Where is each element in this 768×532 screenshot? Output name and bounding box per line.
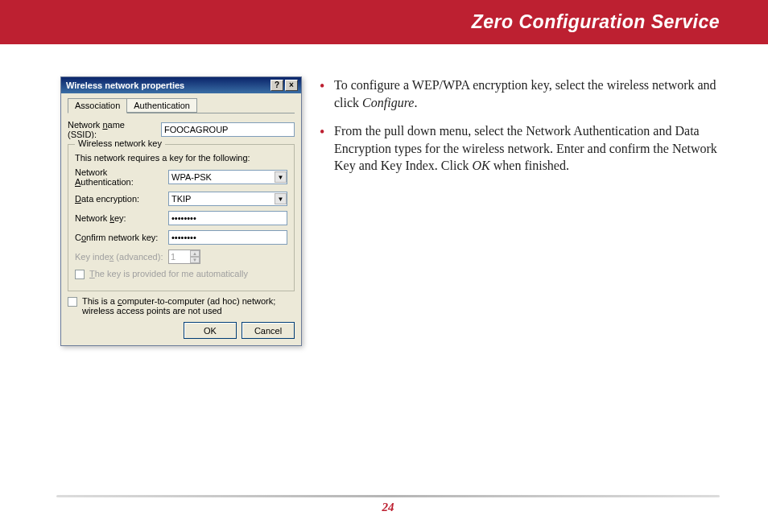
page-footer: 24 [56, 495, 720, 514]
ok-button[interactable]: OK [184, 322, 237, 339]
ssid-input[interactable]: FOOCAGROUP [161, 122, 295, 137]
wireless-properties-dialog: Wireless network properties ? × Associat… [60, 76, 302, 346]
close-button[interactable]: × [285, 80, 298, 91]
instruction-text: To configure a WEP/WPA encryption key, s… [316, 76, 732, 346]
dialog-tabs: Association Authentication [68, 98, 295, 113]
encryption-label: Data encryption: [75, 194, 163, 204]
keyindex-spinner: 1 ▲▼ [168, 250, 200, 264]
group-desc: This network requires a key for the foll… [75, 153, 287, 163]
auth-combo[interactable]: WPA-PSK ▼ [168, 170, 287, 184]
adhoc-checkbox[interactable] [68, 297, 77, 307]
chevron-down-icon: ▼ [275, 193, 287, 204]
page-content: Wireless network properties ? × Associat… [0, 44, 768, 346]
dialog-title: Wireless network properties [66, 80, 184, 90]
netkey-input[interactable]: •••••••• [168, 211, 287, 225]
footer-divider [56, 495, 720, 497]
auto-key-checkbox [75, 270, 85, 279]
wireless-key-group: Wireless network key This network requir… [68, 144, 295, 291]
auth-label: Network Authentication: [75, 167, 163, 187]
keyindex-label: Key index (advanced): [75, 252, 163, 262]
tab-association[interactable]: Association [68, 98, 127, 113]
page-number: 24 [56, 501, 720, 514]
bullet-2: From the pull down menu, select the Netw… [316, 122, 732, 175]
confirmkey-input[interactable]: •••••••• [168, 230, 287, 245]
page-header-banner: Zero Configuration Service [0, 0, 768, 44]
cancel-button[interactable]: Cancel [242, 322, 295, 339]
tab-authentication[interactable]: Authentication [126, 98, 197, 113]
help-button[interactable]: ? [270, 80, 283, 91]
adhoc-label: This is a computer-to-computer (ad hoc) … [82, 296, 295, 315]
page-header-title: Zero Configuration Service [472, 11, 720, 33]
chevron-down-icon: ▼ [275, 171, 287, 183]
group-title: Wireless network key [75, 138, 165, 148]
confirmkey-label: Confirm network key: [75, 233, 163, 242]
encryption-combo[interactable]: TKIP ▼ [168, 192, 287, 206]
ssid-label: Network name (SSID): [68, 120, 156, 139]
bullet-1: To configure a WEP/WPA encryption key, s… [316, 76, 732, 111]
dialog-titlebar: Wireless network properties ? × [61, 77, 301, 93]
auto-key-label: The key is provided for me automatically [89, 269, 248, 278]
netkey-label: Network key: [75, 213, 163, 223]
